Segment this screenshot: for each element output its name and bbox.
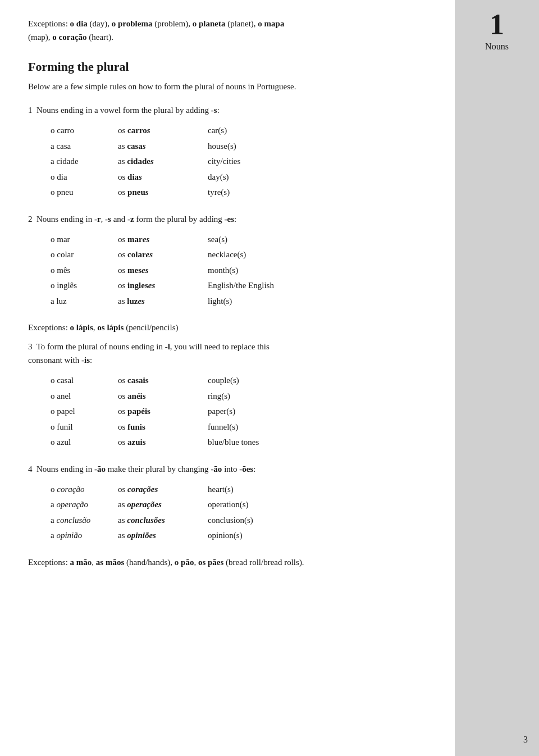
word-cell: os azuis [118, 435, 208, 450]
word-cell: car(s) [208, 124, 309, 138]
word-cell: sea(s) [208, 233, 309, 247]
word-cell: os dias [118, 170, 208, 185]
word-cell: o casal [51, 374, 118, 388]
word-cell: day(s) [208, 170, 309, 185]
rule-4: 4 Nouns ending in -ão make their plural … [28, 462, 432, 543]
word-cell: opinion(s) [208, 529, 309, 543]
word-cell: o carro [51, 124, 118, 138]
rule-1-table: o carro os carros car(s) a casa as casas… [51, 124, 432, 200]
final-exceptions: Exceptions: a mão, as mãos (hand/hands),… [28, 555, 432, 570]
word-cell: o mar [51, 233, 118, 247]
word-cell: o anel [51, 389, 118, 404]
rule-4-table: o coração os corações heart(s) a operaçã… [51, 482, 432, 543]
sidebar-chapter-number: 1 [490, 10, 504, 39]
word-cell: operation(s) [208, 498, 309, 512]
word-cell: os ingleses [118, 279, 208, 293]
word-cell: os colares [118, 248, 208, 262]
word-cell: os meses [118, 263, 208, 278]
word-cell: os papéis [118, 404, 208, 419]
word-cell: o funil [51, 420, 118, 435]
word-cell: month(s) [208, 263, 309, 278]
word-cell: house(s) [208, 139, 309, 154]
word-cell: os anéis [118, 389, 208, 404]
word-cell: conclusion(s) [208, 513, 309, 528]
word-cell: ring(s) [208, 389, 309, 404]
word-cell: as cidades [118, 154, 208, 169]
rule-4-text: 4 Nouns ending in -ão make their plural … [28, 462, 432, 476]
word-cell: paper(s) [208, 404, 309, 419]
rule-2-exceptions: Exceptions: o lápis, os lápis (pencil/pe… [28, 321, 432, 334]
word-cell: as luzes [118, 294, 208, 309]
sidebar: 1 Nouns 3 [455, 0, 539, 756]
word-cell: heart(s) [208, 482, 309, 497]
rule-2-text: 2 Nouns ending in -r, -s and -z form the… [28, 212, 432, 226]
rule-3-text: 3 To form the plural of nouns ending in … [28, 340, 432, 367]
page-number: 3 [523, 735, 528, 745]
word-cell: necklace(s) [208, 248, 309, 262]
word-cell: o inglês [51, 279, 118, 293]
word-cell: o pneu [51, 185, 118, 200]
section-intro: Below are a few simple rules on how to f… [28, 80, 432, 93]
word-cell: a operação [51, 498, 118, 512]
word-cell: os pneus [118, 185, 208, 200]
word-cell: tyre(s) [208, 185, 309, 200]
word-cell: a casa [51, 139, 118, 154]
word-cell: funnel(s) [208, 420, 309, 435]
word-cell: o azul [51, 435, 118, 450]
rule-1: 1 Nouns ending in a vowel form the plura… [28, 103, 432, 200]
word-cell: o colar [51, 248, 118, 262]
word-cell: blue/blue tones [208, 435, 309, 450]
rule-3: 3 To form the plural of nouns ending in … [28, 340, 432, 450]
word-cell: a cidade [51, 154, 118, 169]
word-cell: o papel [51, 404, 118, 419]
rule-3-table: o casal os casais couple(s) o anel os an… [51, 374, 432, 450]
word-cell: a opinião [51, 529, 118, 543]
word-cell: o coração [51, 482, 118, 497]
rule-2: 2 Nouns ending in -r, -s and -z form the… [28, 212, 432, 309]
word-cell: os mares [118, 233, 208, 247]
rule-2-table: o mar os mares sea(s) o colar os colares… [51, 233, 432, 309]
intro-exceptions: Exceptions: o dia (day), o problema (pro… [28, 17, 432, 44]
word-cell: a conclusão [51, 513, 118, 528]
section-heading: Forming the plural [28, 60, 432, 74]
word-cell: o mês [51, 263, 118, 278]
word-cell: os casais [118, 374, 208, 388]
word-cell: as casas [118, 139, 208, 154]
word-cell: os funis [118, 420, 208, 435]
word-cell: a luz [51, 294, 118, 309]
rule-1-text: 1 Nouns ending in a vowel form the plura… [28, 103, 432, 117]
sidebar-chapter-label: Nouns [485, 42, 509, 52]
word-cell: as operações [118, 498, 208, 512]
word-cell: os corações [118, 482, 208, 497]
word-cell: light(s) [208, 294, 309, 309]
word-cell: English/the English [208, 279, 309, 293]
word-cell: as opiniões [118, 529, 208, 543]
word-cell: os carros [118, 124, 208, 138]
word-cell: o dia [51, 170, 118, 185]
word-cell: as conclusões [118, 513, 208, 528]
word-cell: city/cities [208, 154, 309, 169]
word-cell: couple(s) [208, 374, 309, 388]
main-content: Exceptions: o dia (day), o problema (pro… [0, 0, 455, 756]
